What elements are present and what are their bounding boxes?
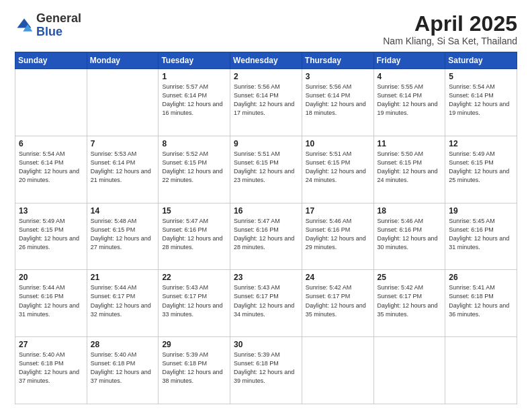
- day-number: 19: [449, 206, 513, 216]
- day-detail: Sunrise: 5:57 AM Sunset: 6:14 PM Dayligh…: [162, 83, 226, 118]
- calendar-cell: 10Sunrise: 5:51 AM Sunset: 6:15 PM Dayli…: [302, 136, 373, 203]
- day-number: 1: [162, 72, 226, 81]
- logo-icon: [15, 16, 34, 35]
- calendar-cell: [373, 337, 445, 404]
- day-number: 24: [306, 273, 370, 282]
- calendar-cell: 25Sunrise: 5:42 AM Sunset: 6:17 PM Dayli…: [373, 270, 445, 337]
- day-detail: Sunrise: 5:46 AM Sunset: 6:16 PM Dayligh…: [306, 217, 370, 252]
- day-number: 5: [449, 72, 513, 81]
- day-detail: Sunrise: 5:54 AM Sunset: 6:14 PM Dayligh…: [19, 150, 83, 185]
- calendar-week-row: 13Sunrise: 5:49 AM Sunset: 6:15 PM Dayli…: [15, 203, 517, 270]
- day-number: 21: [91, 273, 155, 282]
- day-detail: Sunrise: 5:50 AM Sunset: 6:15 PM Dayligh…: [378, 150, 442, 185]
- day-detail: Sunrise: 5:45 AM Sunset: 6:16 PM Dayligh…: [449, 217, 513, 252]
- calendar-cell: 8Sunrise: 5:52 AM Sunset: 6:15 PM Daylig…: [159, 136, 230, 203]
- day-detail: Sunrise: 5:54 AM Sunset: 6:14 PM Dayligh…: [449, 83, 513, 118]
- day-number: 3: [306, 72, 370, 81]
- calendar-cell: 21Sunrise: 5:44 AM Sunset: 6:17 PM Dayli…: [87, 270, 159, 337]
- day-detail: Sunrise: 5:42 AM Sunset: 6:17 PM Dayligh…: [378, 283, 442, 318]
- day-number: 23: [234, 273, 298, 282]
- title-block: April 2025 Nam Kliang, Si Sa Ket, Thaila…: [383, 12, 517, 46]
- day-number: 6: [19, 139, 83, 148]
- day-detail: Sunrise: 5:56 AM Sunset: 6:14 PM Dayligh…: [234, 83, 298, 118]
- calendar-header-row: Sunday Monday Tuesday Wednesday Thursday…: [15, 52, 517, 69]
- day-number: 30: [234, 340, 298, 349]
- calendar-cell: [445, 337, 517, 404]
- calendar-cell: 20Sunrise: 5:44 AM Sunset: 6:16 PM Dayli…: [15, 270, 87, 337]
- day-detail: Sunrise: 5:48 AM Sunset: 6:15 PM Dayligh…: [91, 217, 155, 252]
- calendar-cell: 22Sunrise: 5:43 AM Sunset: 6:17 PM Dayli…: [159, 270, 230, 337]
- day-detail: Sunrise: 5:39 AM Sunset: 6:18 PM Dayligh…: [234, 351, 298, 385]
- day-detail: Sunrise: 5:43 AM Sunset: 6:17 PM Dayligh…: [162, 283, 226, 318]
- day-number: 10: [306, 139, 370, 148]
- col-thursday: Thursday: [302, 52, 373, 69]
- calendar-cell: 28Sunrise: 5:40 AM Sunset: 6:18 PM Dayli…: [87, 337, 159, 404]
- calendar-cell: 13Sunrise: 5:49 AM Sunset: 6:15 PM Dayli…: [15, 203, 87, 270]
- title-location: Nam Kliang, Si Sa Ket, Thailand: [383, 36, 517, 46]
- logo: General Blue: [15, 12, 81, 39]
- logo-blue: Blue: [36, 25, 62, 38]
- col-saturday: Saturday: [445, 52, 517, 69]
- day-detail: Sunrise: 5:46 AM Sunset: 6:16 PM Dayligh…: [378, 217, 442, 252]
- day-number: 20: [19, 273, 83, 282]
- day-number: 14: [91, 206, 155, 216]
- calendar-week-row: 27Sunrise: 5:40 AM Sunset: 6:18 PM Dayli…: [15, 337, 517, 404]
- day-detail: Sunrise: 5:44 AM Sunset: 6:16 PM Dayligh…: [19, 283, 83, 318]
- day-detail: Sunrise: 5:49 AM Sunset: 6:15 PM Dayligh…: [19, 217, 83, 252]
- page: General Blue April 2025 Nam Kliang, Si S…: [0, 0, 532, 411]
- day-detail: Sunrise: 5:41 AM Sunset: 6:18 PM Dayligh…: [449, 283, 513, 318]
- header: General Blue April 2025 Nam Kliang, Si S…: [15, 12, 517, 46]
- day-detail: Sunrise: 5:47 AM Sunset: 6:16 PM Dayligh…: [234, 217, 298, 252]
- day-detail: Sunrise: 5:49 AM Sunset: 6:15 PM Dayligh…: [449, 150, 513, 185]
- day-detail: Sunrise: 5:42 AM Sunset: 6:17 PM Dayligh…: [306, 283, 370, 318]
- calendar-cell: 6Sunrise: 5:54 AM Sunset: 6:14 PM Daylig…: [15, 136, 87, 203]
- day-detail: Sunrise: 5:47 AM Sunset: 6:16 PM Dayligh…: [162, 217, 226, 252]
- calendar-cell: [15, 69, 87, 136]
- calendar-cell: 19Sunrise: 5:45 AM Sunset: 6:16 PM Dayli…: [445, 203, 517, 270]
- calendar-cell: 29Sunrise: 5:39 AM Sunset: 6:18 PM Dayli…: [159, 337, 230, 404]
- calendar-cell: 15Sunrise: 5:47 AM Sunset: 6:16 PM Dayli…: [159, 203, 230, 270]
- calendar-cell: [87, 69, 159, 136]
- col-monday: Monday: [87, 52, 159, 69]
- day-number: 25: [378, 273, 442, 282]
- calendar-cell: [302, 337, 373, 404]
- day-number: 15: [162, 206, 226, 216]
- day-detail: Sunrise: 5:51 AM Sunset: 6:15 PM Dayligh…: [306, 150, 370, 185]
- col-tuesday: Tuesday: [159, 52, 230, 69]
- logo-general: General: [36, 11, 81, 25]
- col-friday: Friday: [373, 52, 445, 69]
- day-number: 29: [162, 340, 226, 349]
- day-detail: Sunrise: 5:39 AM Sunset: 6:18 PM Dayligh…: [162, 351, 226, 385]
- day-number: 22: [162, 273, 226, 282]
- day-detail: Sunrise: 5:43 AM Sunset: 6:17 PM Dayligh…: [234, 283, 298, 318]
- day-detail: Sunrise: 5:56 AM Sunset: 6:14 PM Dayligh…: [306, 83, 370, 118]
- calendar-cell: 3Sunrise: 5:56 AM Sunset: 6:14 PM Daylig…: [302, 69, 373, 136]
- calendar-cell: 23Sunrise: 5:43 AM Sunset: 6:17 PM Dayli…: [230, 270, 302, 337]
- day-number: 17: [306, 206, 370, 216]
- calendar-cell: 26Sunrise: 5:41 AM Sunset: 6:18 PM Dayli…: [445, 270, 517, 337]
- day-detail: Sunrise: 5:40 AM Sunset: 6:18 PM Dayligh…: [91, 351, 155, 385]
- day-detail: Sunrise: 5:55 AM Sunset: 6:14 PM Dayligh…: [378, 83, 442, 118]
- calendar-cell: 30Sunrise: 5:39 AM Sunset: 6:18 PM Dayli…: [230, 337, 302, 404]
- calendar-cell: 2Sunrise: 5:56 AM Sunset: 6:14 PM Daylig…: [230, 69, 302, 136]
- day-number: 2: [234, 72, 298, 81]
- day-number: 16: [234, 206, 298, 216]
- day-number: 13: [19, 206, 83, 216]
- day-detail: Sunrise: 5:52 AM Sunset: 6:15 PM Dayligh…: [162, 150, 226, 185]
- col-wednesday: Wednesday: [230, 52, 302, 69]
- day-number: 18: [378, 206, 442, 216]
- calendar-cell: 17Sunrise: 5:46 AM Sunset: 6:16 PM Dayli…: [302, 203, 373, 270]
- calendar-week-row: 20Sunrise: 5:44 AM Sunset: 6:16 PM Dayli…: [15, 270, 517, 337]
- day-number: 8: [162, 139, 226, 148]
- day-number: 9: [234, 139, 298, 148]
- title-month: April 2025: [383, 12, 517, 36]
- calendar-cell: 9Sunrise: 5:51 AM Sunset: 6:15 PM Daylig…: [230, 136, 302, 203]
- calendar-cell: 24Sunrise: 5:42 AM Sunset: 6:17 PM Dayli…: [302, 270, 373, 337]
- calendar-cell: 18Sunrise: 5:46 AM Sunset: 6:16 PM Dayli…: [373, 203, 445, 270]
- day-number: 7: [91, 139, 155, 148]
- day-detail: Sunrise: 5:51 AM Sunset: 6:15 PM Dayligh…: [234, 150, 298, 185]
- day-detail: Sunrise: 5:44 AM Sunset: 6:17 PM Dayligh…: [91, 283, 155, 318]
- logo-text: General Blue: [36, 12, 81, 39]
- day-number: 11: [378, 139, 442, 148]
- calendar-cell: 1Sunrise: 5:57 AM Sunset: 6:14 PM Daylig…: [159, 69, 230, 136]
